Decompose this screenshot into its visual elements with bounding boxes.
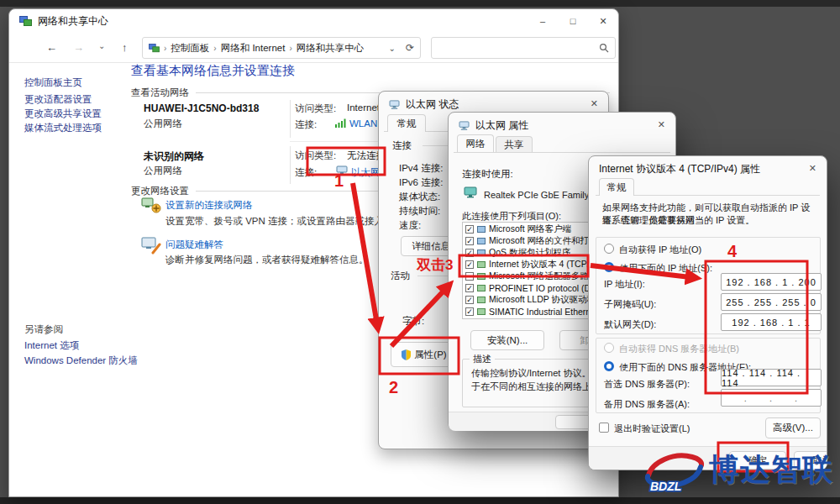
minimize-button[interactable]: – <box>528 9 558 33</box>
checkbox-icon[interactable]: ✓ <box>465 307 474 316</box>
wifi-signal-icon <box>335 118 346 128</box>
validate-settings-checkbox[interactable] <box>599 423 609 433</box>
up-icon[interactable]: ↑ <box>122 41 128 54</box>
breadcrumb-control-panel[interactable]: 控制面板 <box>171 42 209 55</box>
static-dns-radio[interactable] <box>604 361 614 371</box>
preferred-dns-field[interactable]: 114 . 114 . 114 . 114 <box>721 369 822 386</box>
history-dropdown-icon[interactable]: ⌄ <box>98 41 105 50</box>
connection-group-label: 连接 <box>392 139 412 152</box>
refresh-icon[interactable]: ⟳ <box>406 42 414 54</box>
ipv6-connectivity-label: IPv6 连接: <box>399 176 443 189</box>
close-icon[interactable]: ✕ <box>591 98 598 109</box>
watermark: BDZL 博达智联 <box>640 444 833 496</box>
media-state-label: 媒体状态: <box>399 191 440 203</box>
active-networks-label: 查看活动网络 <box>131 87 189 99</box>
connect-using-label: 连接时使用: <box>462 168 513 181</box>
sidebar-item-internet-options[interactable]: Internet 选项 <box>24 339 79 352</box>
troubleshoot-link[interactable]: 问题疑难解答 <box>165 239 223 251</box>
checkbox-icon[interactable]: ✓ <box>465 296 474 304</box>
close-icon[interactable]: ✕ <box>658 119 665 130</box>
desktop-bottom-strip <box>0 497 840 504</box>
checkbox-icon[interactable]: ✓ <box>465 249 474 257</box>
forward-icon[interactable]: → <box>73 41 84 54</box>
auto-dns-label[interactable]: 自动获得 DNS 服务器地址(B) <box>619 343 739 355</box>
ip-address-label: IP 地址(I): <box>604 278 645 291</box>
protocol-icon <box>477 273 486 280</box>
preferred-dns-label: 首选 DNS 服务器(P): <box>604 378 690 391</box>
connection-label: 连接: <box>295 166 317 179</box>
breadcrumb-network-sharing[interactable]: 网络和共享中心 <box>297 42 365 55</box>
search-input[interactable] <box>431 37 616 59</box>
alternate-dns-field[interactable]: . . . <box>721 389 822 407</box>
protocol-icon <box>477 308 486 315</box>
tab-network[interactable]: 网络 <box>457 134 494 152</box>
checkbox-icon[interactable]: ✓ <box>465 284 474 292</box>
back-icon[interactable]: ← <box>46 41 57 54</box>
validate-settings-label[interactable]: 退出时验证设置(L) <box>614 423 690 435</box>
see-also-title: 另请参阅 <box>24 323 63 336</box>
change-settings-label: 更改网络设置 <box>131 185 189 197</box>
static-ip-radio[interactable] <box>604 262 614 272</box>
default-gateway-field[interactable]: 192 . 168 . 1 . 1 <box>721 313 822 331</box>
checkbox-icon[interactable]: ✓ <box>465 225 474 234</box>
address-bar[interactable]: › 控制面板 › 网络和 Internet › 网络和共享中心 ⌄ ⟳ <box>142 37 421 59</box>
ethernet-icon <box>336 165 348 176</box>
sidebar-item-home[interactable]: 控制面板主页 <box>24 76 82 89</box>
sidebar-item-adapter-settings[interactable]: 更改适配器设置 <box>24 93 92 106</box>
checkbox-icon[interactable]: ✓ <box>465 237 474 245</box>
ipv4-properties-dialog: Internet 协议版本 4 (TCP/IPv4) 属性 ✕ 常规 如果网络支… <box>588 155 827 470</box>
dialog-title: 以太网 状态 <box>406 97 459 112</box>
sidebar-item-advanced-sharing[interactable]: 更改高级共享设置 <box>24 108 102 120</box>
protocol-icon <box>477 285 486 291</box>
tab-general[interactable]: 常规 <box>387 114 426 132</box>
network-profile: 公用网络 <box>144 118 182 130</box>
network-profile: 公用网络 <box>144 165 182 177</box>
auto-dns-radio[interactable] <box>604 343 614 353</box>
description-label: 描述 <box>470 353 495 365</box>
ipv4-connectivity-label: IPv4 连接: <box>399 162 443 175</box>
connection-label: 连接: <box>295 118 317 131</box>
protocol-icon <box>477 297 486 303</box>
sidebar-item-media-streaming[interactable]: 媒体流式处理选项 <box>24 122 102 134</box>
auto-ip-radio[interactable] <box>604 244 614 254</box>
ethernet-icon <box>459 121 470 130</box>
adapter-icon <box>464 186 477 198</box>
tab-general[interactable]: 常规 <box>599 178 634 196</box>
subnet-mask-label: 子网掩码(U): <box>604 298 656 311</box>
protocol-icon <box>477 238 486 244</box>
dialog-title: Internet 协议版本 4 (TCP/IPv4) 属性 <box>599 162 760 176</box>
breadcrumb-network-internet[interactable]: 网络和 Internet <box>221 42 286 55</box>
checkbox-icon[interactable] <box>465 272 474 281</box>
protocol-label: Microsoft LLDP 协议驱动程序 <box>489 294 605 306</box>
ethernet-connection-link[interactable]: 以太网 <box>351 166 381 179</box>
sidebar-item-defender-firewall[interactable]: Windows Defender 防火墙 <box>24 354 138 367</box>
activity-group-label: 活动 <box>391 270 410 282</box>
maximize-button[interactable]: □ <box>558 9 588 33</box>
ip-address-field[interactable]: 192 . 168 . 1 . 200 <box>721 273 822 291</box>
close-icon[interactable]: ✕ <box>809 163 816 174</box>
auto-ip-label[interactable]: 自动获得 IP 地址(O) <box>619 244 701 256</box>
subnet-mask-field[interactable]: 255 . 255 . 255 . 0 <box>721 293 822 311</box>
address-dropdown-icon[interactable]: ⌄ <box>389 44 396 53</box>
troubleshoot-desc: 诊断并修复网络问题，或者获得疑难解答信息。 <box>165 254 369 266</box>
items-list-label: 此连接使用下列项目(O): <box>462 210 561 223</box>
setup-new-connection-link[interactable]: 设置新的连接或网络 <box>165 199 253 212</box>
install-button[interactable]: 安装(N)... <box>470 330 544 350</box>
watermark-name: 博达智联 <box>709 444 833 495</box>
tab-sharing[interactable]: 共享 <box>496 136 533 152</box>
static-ip-label[interactable]: 使用下面的 IP 地址(S): <box>619 262 712 275</box>
properties-button-label: 属性(P) <box>414 349 446 361</box>
access-type-value: Internet <box>347 102 380 113</box>
close-button[interactable]: ✕ <box>588 9 618 33</box>
checkbox-icon[interactable]: ✓ <box>465 260 474 269</box>
alternate-dns-label: 备用 DNS 服务器(A): <box>604 398 690 411</box>
watermark-logo-text: BDZL <box>650 480 681 493</box>
protocol-icon <box>477 261 486 268</box>
crumb-separator-icon: › <box>164 44 166 53</box>
advanced-button[interactable]: 高级(V)... <box>765 417 821 438</box>
bytes-label: 字节: <box>402 315 424 328</box>
access-type-label: 访问类型: <box>295 102 336 115</box>
network-name: HUAWEI-J1C5NO-bd318 <box>144 102 259 114</box>
intro-text: 络系统管理员处获得适当的 IP 设置。 <box>602 214 754 227</box>
speed-label: 速度: <box>399 219 421 232</box>
